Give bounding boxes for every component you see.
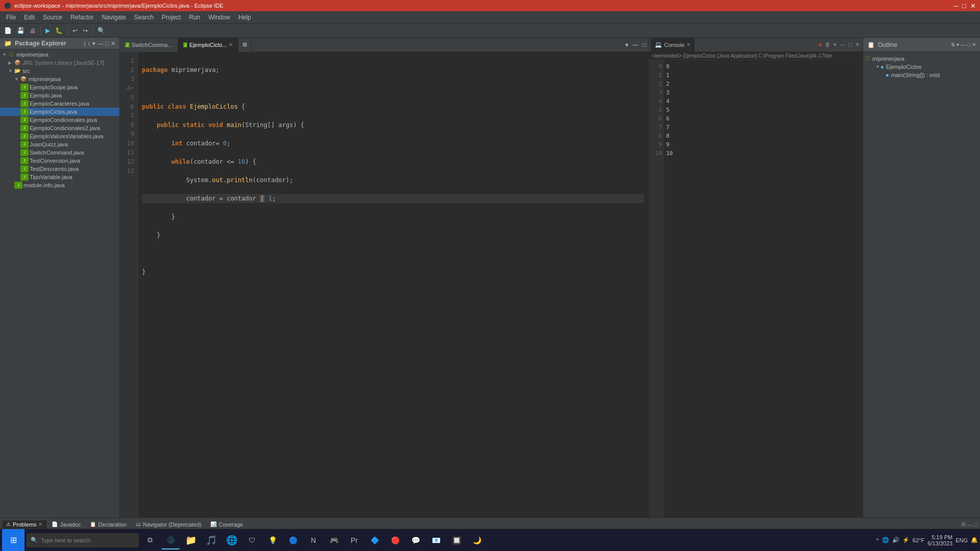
editor-tab-menu[interactable]: ▾ — [623, 39, 630, 51]
taskbar-norton[interactable]: 🛡 — [243, 531, 261, 549]
taskbar-browser[interactable]: 🌐 — [223, 531, 241, 549]
console-tab-close[interactable]: ✕ — [687, 42, 691, 47]
taskbar-chrome[interactable]: 🔵 — [284, 531, 302, 549]
tree-item-ejemploscope[interactable]: J EjemploScope.java — [0, 83, 119, 91]
taskbar-darkmode[interactable]: 🌙 — [468, 531, 486, 549]
console-tab[interactable]: 💻 Console ✕ — [651, 38, 695, 52]
console-output[interactable]: 0 1 2 3 4 5 6 7 8 9 10 — [664, 60, 863, 517]
taskbar-chevron[interactable]: ^ — [876, 537, 879, 543]
tree-item-testdescuento[interactable]: J TestDescuento.java — [0, 165, 119, 173]
taskbar-task-view[interactable]: ⧉ — [141, 531, 159, 549]
taskbar-eclipse[interactable]: 🌑 — [161, 531, 180, 549]
minimize-editor[interactable]: — — [630, 39, 641, 51]
save-button[interactable]: 💾 — [15, 25, 27, 36]
sync-icon[interactable]: ↕ — [88, 40, 91, 47]
taskbar-files[interactable]: 📁 — [182, 531, 200, 549]
console-maximize-icon[interactable]: □ — [847, 40, 853, 49]
outline-item-class[interactable]: ● EjemploCiclos — [865, 63, 978, 71]
tab-close-ejemplociclos[interactable]: ✕ — [229, 42, 233, 47]
maximize-pe-icon[interactable]: □ — [105, 40, 109, 47]
maximize-editor[interactable]: □ — [641, 39, 648, 51]
tree-item-src[interactable]: 📂 src — [0, 67, 119, 75]
bottom-minimize-icon[interactable]: — — [967, 521, 973, 528]
outline-item-main[interactable]: ● main(String[]) : void — [865, 71, 978, 79]
tree-item-testconversion[interactable]: J TestConversion.java — [0, 157, 119, 165]
tree-item-valores[interactable]: J EjemploValoresVariables.java — [0, 132, 119, 140]
tab-problems[interactable]: ⚠ Problems ✕ — [2, 520, 46, 529]
tab-javadoc[interactable]: 📄 Javadoc — [47, 520, 85, 529]
menu-file[interactable]: File — [2, 13, 20, 22]
console-clear-icon[interactable]: 🗑 — [824, 40, 831, 49]
menu-edit[interactable]: Edit — [20, 13, 39, 22]
menu-help[interactable]: Help — [234, 13, 255, 22]
taskbar-netflix[interactable]: N — [304, 531, 323, 549]
console-minimize-icon[interactable]: — — [839, 40, 846, 49]
search-toolbar-button[interactable]: 🔍 — [95, 25, 107, 36]
print-button[interactable]: 🖨 — [28, 25, 38, 36]
tree-item-ejemplociclos[interactable]: J EjemploCiclos.java — [0, 108, 119, 116]
menu-run[interactable]: Run — [185, 13, 204, 22]
tab-problems-close[interactable]: ✕ — [38, 521, 42, 527]
taskbar-premiere[interactable]: Pr — [345, 531, 363, 549]
menu-search[interactable]: Search — [130, 13, 158, 22]
taskbar-intellij[interactable]: 💡 — [263, 531, 282, 549]
taskbar-app2[interactable]: 🔴 — [386, 531, 404, 549]
menu-project[interactable]: Project — [158, 13, 185, 22]
taskbar-app4[interactable]: 🔲 — [447, 531, 465, 549]
tree-item-jre[interactable]: 📦 JRE System Library [JavaSE-17] — [0, 59, 119, 67]
search-box[interactable]: 🔍 Type here to search — [27, 533, 139, 547]
bottom-filter-icon[interactable]: ⊞ — [961, 521, 966, 528]
taskbar-app1[interactable]: 🔷 — [365, 531, 384, 549]
minimize-button[interactable]: ─ — [953, 2, 958, 10]
tab-declaration[interactable]: 📋 Declaration — [86, 520, 131, 529]
tree-item-condicionales2[interactable]: J EjemploCondicionales2.java — [0, 124, 119, 132]
taskbar-volume[interactable]: 🔊 — [892, 537, 899, 543]
maximize-button[interactable]: □ — [962, 2, 966, 10]
taskbar-clock[interactable]: 5:19 PM 6/13/2023 — [927, 534, 952, 546]
tree-item-ejemplo[interactable]: J Ejemplo.java — [0, 91, 119, 99]
tree-item-condicionales[interactable]: J EjemploCondicionales.java — [0, 116, 119, 124]
tree-item-switchcommand[interactable]: J SwitchCommand.java — [0, 148, 119, 157]
taskbar-lang[interactable]: ENG — [955, 537, 968, 543]
taskbar-music[interactable]: 🎵 — [202, 531, 220, 549]
new-button[interactable]: 📄 — [2, 25, 14, 36]
taskbar-notification[interactable]: 🔔 — [971, 537, 978, 543]
tab-navigator[interactable]: 🗂 Navigator (Deprecated) — [132, 520, 205, 529]
tree-item-package-miprimerjava[interactable]: 📦 miprimerjava — [0, 75, 119, 83]
outline-close-icon[interactable]: ✕ — [972, 42, 976, 47]
debug-button[interactable]: 🐛 — [53, 25, 65, 36]
outline-menu-icon[interactable]: ▾ — [957, 42, 959, 47]
redo-button[interactable]: ↪ — [81, 25, 90, 36]
minimize-pe-icon[interactable]: — — [97, 40, 103, 47]
bottom-maximize-icon[interactable]: □ — [974, 521, 978, 528]
tab-ejemplociclos[interactable]: J EjemploCiclo... ✕ — [178, 38, 239, 52]
taskbar-discord[interactable]: 💬 — [406, 531, 425, 549]
tree-item-ejemplocaracteres[interactable]: J EjemploCaracteres.java — [0, 99, 119, 108]
console-close-icon[interactable]: ✕ — [854, 40, 861, 49]
tab-extra[interactable]: ⊠ — [238, 38, 252, 52]
tree-item-miprimerjava[interactable]: ⬡ miprimerjava — [0, 51, 119, 59]
console-stop-icon[interactable]: ■ — [818, 40, 823, 49]
close-button[interactable]: ✕ — [970, 2, 976, 10]
menu-source[interactable]: Source — [39, 13, 66, 22]
tab-switchcommand[interactable]: J SwitchComma... — [120, 38, 178, 52]
console-menu-icon[interactable]: ▾ — [832, 40, 838, 49]
tab-coverage[interactable]: 📊 Coverage — [206, 520, 247, 529]
start-button[interactable]: ⊞ — [2, 529, 24, 552]
run-button[interactable]: ▶ — [43, 25, 52, 36]
collapse-all-icon[interactable]: ⟨ — [84, 40, 86, 47]
outline-maximize-icon[interactable]: □ — [967, 42, 970, 47]
outline-sort-icon[interactable]: ⇅ — [951, 42, 955, 47]
tree-item-moduleinfo[interactable]: J module-info.java — [0, 181, 119, 189]
outline-minimize-icon[interactable]: — — [961, 42, 966, 47]
tree-item-juanquizz[interactable]: J JuanQuizz.java — [0, 140, 119, 148]
code-editor[interactable]: package miprimerjava; public class Ejemp… — [138, 52, 648, 517]
close-pe-icon[interactable]: ✕ — [111, 40, 115, 47]
outline-item-project[interactable]: ⬡ miprimerjava — [865, 54, 978, 63]
taskbar-network[interactable]: 🌐 — [882, 537, 889, 543]
undo-button[interactable]: ↩ — [70, 25, 80, 36]
taskbar-xbox[interactable]: 🎮 — [325, 531, 343, 549]
tree-item-tipovariable[interactable]: J TipoVariable.java — [0, 173, 119, 181]
menu-window[interactable]: Window — [204, 13, 234, 22]
menu-navigate[interactable]: Navigate — [97, 13, 130, 22]
